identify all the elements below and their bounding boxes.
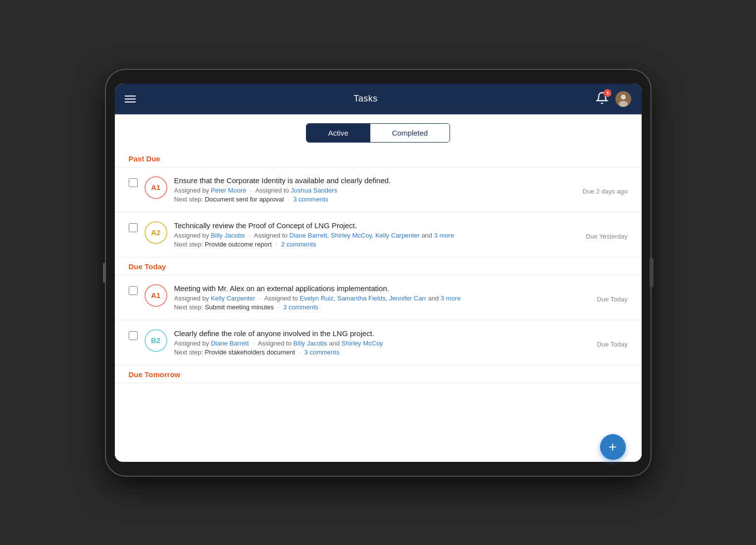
task-due: Due 2 days ago bbox=[582, 188, 627, 195]
svg-point-2 bbox=[619, 101, 628, 107]
assigned-to-link[interactable]: Diane Barrett, Shirley McCoy, Kelly Carp… bbox=[289, 232, 419, 239]
task-due: Due Today bbox=[597, 296, 628, 303]
svg-point-1 bbox=[621, 95, 626, 99]
section-header-past-due: Past Due bbox=[115, 149, 642, 167]
tab-active[interactable]: Active bbox=[306, 124, 370, 142]
task-body: Technically review the Proof of Concept … bbox=[174, 221, 579, 248]
task-title: Technically review the Proof of Concept … bbox=[174, 221, 579, 230]
task-due: Due Today bbox=[597, 341, 628, 348]
task-avatar: A2 bbox=[145, 221, 167, 244]
tab-group: Active Completed bbox=[306, 123, 450, 143]
hamburger-menu-button[interactable] bbox=[125, 96, 136, 102]
assigned-by-label: Assigned by bbox=[174, 295, 211, 302]
assigned-by-link[interactable]: Diane Barrett bbox=[211, 340, 249, 347]
task-body: Clearly define the role of anyone involv… bbox=[174, 329, 590, 356]
task-checkbox[interactable] bbox=[129, 178, 138, 187]
add-task-fab-button[interactable]: + bbox=[600, 434, 626, 460]
assigned-by-label: Assigned by bbox=[174, 187, 211, 194]
task-title: Ensure that the Corporate Identity is av… bbox=[174, 176, 576, 185]
task-meta: Assigned by Billy Jacobs · Assigned to D… bbox=[174, 232, 579, 239]
comments-link[interactable]: 3 comments bbox=[304, 348, 340, 356]
assigned-to-link2[interactable]: Shirley McCoy bbox=[342, 340, 383, 347]
top-bar: Tasks 5 bbox=[115, 84, 642, 114]
task-item: A1 Ensure that the Corporate Identity is… bbox=[115, 167, 642, 212]
task-avatar: B2 bbox=[145, 329, 167, 352]
assigned-by-label: Assigned by bbox=[174, 232, 211, 239]
task-checkbox[interactable] bbox=[129, 331, 138, 340]
tab-completed[interactable]: Completed bbox=[370, 124, 450, 142]
task-item: A2 Technically review the Proof of Conce… bbox=[115, 212, 642, 257]
section-header-due-today: Due Today bbox=[115, 257, 642, 275]
assigned-to-label: Assigned to bbox=[255, 187, 291, 194]
task-nextstep: Next step: Submit meeting minutes · 3 co… bbox=[174, 303, 590, 311]
task-body: Ensure that the Corporate Identity is av… bbox=[174, 176, 576, 203]
notification-badge: 5 bbox=[604, 89, 611, 97]
task-item: B2 Clearly define the role of anyone inv… bbox=[115, 320, 642, 365]
section-header-due-tomorrow: Due Tomorrow bbox=[115, 365, 642, 383]
task-title: Clearly define the role of anyone involv… bbox=[174, 329, 590, 338]
assigned-to-link[interactable]: Evelyn Ruiz, Samantha Fields, Jennifer C… bbox=[300, 295, 426, 302]
task-due: Due Yesterday bbox=[586, 233, 628, 240]
assigned-to-link[interactable]: Billy Jacobs bbox=[293, 340, 327, 347]
assigned-to-more-link[interactable]: 3 more bbox=[434, 232, 454, 239]
comments-link[interactable]: 2 comments bbox=[281, 241, 316, 248]
assigned-to-more-link[interactable]: 3 more bbox=[441, 295, 460, 302]
notification-button[interactable]: 5 bbox=[596, 92, 608, 106]
task-checkbox[interactable] bbox=[129, 286, 138, 295]
task-checkbox[interactable] bbox=[129, 223, 138, 232]
task-meta: Assigned by Peter Moore · Assigned to Jo… bbox=[174, 187, 576, 194]
page-title: Tasks bbox=[353, 94, 378, 104]
task-body: Meeting with Mr. Alex on an external app… bbox=[174, 284, 590, 311]
divider bbox=[115, 383, 642, 383]
user-avatar[interactable] bbox=[615, 91, 631, 107]
comments-link[interactable]: 3 comments bbox=[283, 303, 318, 311]
top-bar-actions: 5 bbox=[596, 91, 631, 107]
plus-icon: + bbox=[608, 439, 616, 455]
assigned-by-link[interactable]: Kelly Carpenter bbox=[211, 295, 255, 302]
task-title: Meeting with Mr. Alex on an external app… bbox=[174, 284, 590, 293]
assigned-to-label: Assigned to bbox=[258, 340, 294, 347]
task-avatar: A1 bbox=[145, 176, 167, 199]
task-meta: Assigned by Kelly Carpenter · Assigned t… bbox=[174, 295, 590, 302]
content-area: Active Completed Past Due A1 Ensure that… bbox=[115, 114, 642, 462]
task-nextstep: Next step: Provide outcome report · 2 co… bbox=[174, 241, 579, 248]
task-meta: Assigned by Diane Barrett · Assigned to … bbox=[174, 340, 590, 347]
assigned-by-link[interactable]: Peter Moore bbox=[211, 187, 247, 194]
assigned-to-link[interactable]: Joshua Sanders bbox=[291, 187, 337, 194]
assigned-by-label: Assigned by bbox=[174, 340, 211, 347]
assigned-to-label: Assigned to bbox=[264, 295, 300, 302]
task-nextstep: Next step: Provide stakeholders document… bbox=[174, 348, 590, 356]
tab-bar: Active Completed bbox=[115, 114, 642, 149]
task-nextstep: Next step: Document sent for approval · … bbox=[174, 196, 576, 203]
task-item: A1 Meeting with Mr. Alex on an external … bbox=[115, 275, 642, 320]
assigned-by-link[interactable]: Billy Jacobs bbox=[211, 232, 245, 239]
comments-link[interactable]: 3 comments bbox=[293, 196, 328, 203]
task-avatar: A1 bbox=[145, 284, 167, 307]
assigned-to-label: Assigned to bbox=[254, 232, 290, 239]
